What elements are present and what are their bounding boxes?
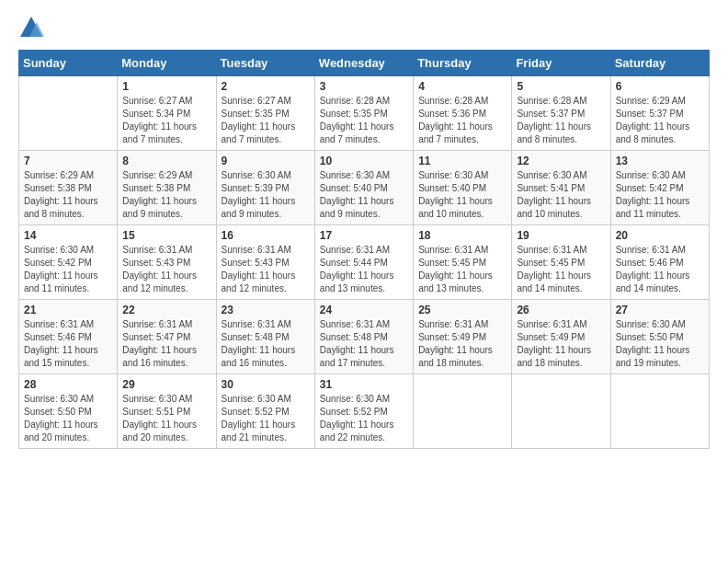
calendar-cell [512,374,610,449]
calendar-cell: 17Sunrise: 6:31 AM Sunset: 5:44 PM Dayli… [314,225,413,300]
weekday-header: Saturday [610,51,709,76]
day-info: Sunrise: 6:31 AM Sunset: 5:47 PM Dayligh… [122,318,210,370]
calendar-cell: 4Sunrise: 6:28 AM Sunset: 5:36 PM Daylig… [414,76,512,151]
day-number: 2 [222,80,310,93]
day-info: Sunrise: 6:30 AM Sunset: 5:50 PM Dayligh… [24,393,112,444]
calendar-cell: 20Sunrise: 6:31 AM Sunset: 5:46 PM Dayli… [610,225,709,300]
day-info: Sunrise: 6:31 AM Sunset: 5:43 PM Dayligh… [122,244,210,295]
calendar-cell: 9Sunrise: 6:30 AM Sunset: 5:39 PM Daylig… [216,151,314,225]
day-number: 21 [24,304,112,316]
day-number: 14 [24,229,112,242]
day-info: Sunrise: 6:30 AM Sunset: 5:52 PM Dayligh… [320,393,408,444]
weekday-header: Thursday [414,51,512,76]
day-number: 9 [222,155,310,167]
day-info: Sunrise: 6:31 AM Sunset: 5:46 PM Dayligh… [24,318,112,370]
calendar-cell: 26Sunrise: 6:31 AM Sunset: 5:49 PM Dayli… [512,300,610,374]
day-number: 12 [517,155,605,167]
day-info: Sunrise: 6:30 AM Sunset: 5:42 PM Dayligh… [616,169,704,221]
day-number: 28 [24,378,112,391]
calendar-cell: 3Sunrise: 6:28 AM Sunset: 5:35 PM Daylig… [314,76,413,151]
day-info: Sunrise: 6:27 AM Sunset: 5:35 PM Dayligh… [222,95,310,146]
day-number: 22 [122,304,210,316]
calendar-cell: 18Sunrise: 6:31 AM Sunset: 5:45 PM Dayli… [414,225,512,300]
day-info: Sunrise: 6:31 AM Sunset: 5:48 PM Dayligh… [222,318,310,370]
calendar-cell: 28Sunrise: 6:30 AM Sunset: 5:50 PM Dayli… [19,374,118,449]
logo-icon [18,15,44,40]
weekday-header: Wednesday [314,51,413,76]
calendar-cell: 13Sunrise: 6:30 AM Sunset: 5:42 PM Dayli… [610,151,709,225]
day-number: 16 [222,229,310,242]
day-number: 11 [418,155,506,167]
day-number: 8 [122,155,210,167]
calendar-week-row: 1Sunrise: 6:27 AM Sunset: 5:34 PM Daylig… [19,76,710,151]
day-info: Sunrise: 6:30 AM Sunset: 5:41 PM Dayligh… [517,169,605,221]
calendar-cell: 27Sunrise: 6:30 AM Sunset: 5:50 PM Dayli… [610,300,709,374]
weekday-header: Tuesday [216,51,314,76]
day-info: Sunrise: 6:30 AM Sunset: 5:40 PM Dayligh… [418,169,506,221]
day-info: Sunrise: 6:31 AM Sunset: 5:43 PM Dayligh… [222,244,310,295]
day-info: Sunrise: 6:31 AM Sunset: 5:46 PM Dayligh… [616,244,704,295]
calendar-cell [19,76,118,151]
day-info: Sunrise: 6:30 AM Sunset: 5:39 PM Dayligh… [222,169,310,221]
day-number: 31 [320,378,408,391]
day-number: 25 [418,304,506,316]
day-info: Sunrise: 6:31 AM Sunset: 5:49 PM Dayligh… [517,318,605,370]
day-info: Sunrise: 6:27 AM Sunset: 5:34 PM Dayligh… [122,95,210,146]
day-info: Sunrise: 6:29 AM Sunset: 5:38 PM Dayligh… [122,169,210,221]
day-info: Sunrise: 6:29 AM Sunset: 5:38 PM Dayligh… [24,169,112,221]
day-info: Sunrise: 6:31 AM Sunset: 5:45 PM Dayligh… [418,244,506,295]
calendar-week-row: 14Sunrise: 6:30 AM Sunset: 5:42 PM Dayli… [19,225,710,300]
day-number: 29 [122,378,210,391]
day-number: 6 [616,80,704,93]
day-number: 30 [222,378,310,391]
weekday-header: Sunday [19,51,118,76]
day-info: Sunrise: 6:31 AM Sunset: 5:49 PM Dayligh… [418,318,506,370]
page: SundayMondayTuesdayWednesdayThursdayFrid… [0,0,728,563]
day-info: Sunrise: 6:30 AM Sunset: 5:51 PM Dayligh… [122,393,210,444]
day-info: Sunrise: 6:31 AM Sunset: 5:45 PM Dayligh… [517,244,605,295]
day-number: 18 [418,229,506,242]
day-info: Sunrise: 6:30 AM Sunset: 5:50 PM Dayligh… [616,318,704,370]
day-number: 3 [320,80,408,93]
calendar-cell: 7Sunrise: 6:29 AM Sunset: 5:38 PM Daylig… [19,151,118,225]
calendar-cell: 21Sunrise: 6:31 AM Sunset: 5:46 PM Dayli… [19,300,118,374]
logo [18,15,48,40]
calendar-cell: 11Sunrise: 6:30 AM Sunset: 5:40 PM Dayli… [414,151,512,225]
weekday-header: Monday [118,51,216,76]
day-number: 23 [222,304,310,316]
calendar-cell: 10Sunrise: 6:30 AM Sunset: 5:40 PM Dayli… [314,151,413,225]
calendar-week-row: 7Sunrise: 6:29 AM Sunset: 5:38 PM Daylig… [19,151,710,225]
day-number: 13 [616,155,704,167]
calendar-cell: 2Sunrise: 6:27 AM Sunset: 5:35 PM Daylig… [216,76,314,151]
day-info: Sunrise: 6:30 AM Sunset: 5:52 PM Dayligh… [222,393,310,444]
calendar-cell: 24Sunrise: 6:31 AM Sunset: 5:48 PM Dayli… [314,300,413,374]
day-info: Sunrise: 6:28 AM Sunset: 5:37 PM Dayligh… [517,95,605,146]
calendar-week-row: 21Sunrise: 6:31 AM Sunset: 5:46 PM Dayli… [19,300,710,374]
day-number: 19 [517,229,605,242]
day-number: 4 [418,80,506,93]
calendar-week-row: 28Sunrise: 6:30 AM Sunset: 5:50 PM Dayli… [19,374,710,449]
day-info: Sunrise: 6:30 AM Sunset: 5:42 PM Dayligh… [24,244,112,295]
calendar-cell: 22Sunrise: 6:31 AM Sunset: 5:47 PM Dayli… [118,300,216,374]
day-number: 20 [616,229,704,242]
day-number: 26 [517,304,605,316]
calendar-cell: 23Sunrise: 6:31 AM Sunset: 5:48 PM Dayli… [216,300,314,374]
calendar-cell: 8Sunrise: 6:29 AM Sunset: 5:38 PM Daylig… [118,151,216,225]
day-number: 15 [122,229,210,242]
calendar-table: SundayMondayTuesdayWednesdayThursdayFrid… [18,50,710,449]
calendar-cell: 6Sunrise: 6:29 AM Sunset: 5:37 PM Daylig… [610,76,709,151]
day-number: 7 [24,155,112,167]
day-info: Sunrise: 6:31 AM Sunset: 5:44 PM Dayligh… [320,244,408,295]
calendar-cell: 19Sunrise: 6:31 AM Sunset: 5:45 PM Dayli… [512,225,610,300]
day-info: Sunrise: 6:29 AM Sunset: 5:37 PM Dayligh… [616,95,704,146]
day-number: 24 [320,304,408,316]
calendar-cell: 1Sunrise: 6:27 AM Sunset: 5:34 PM Daylig… [118,76,216,151]
day-number: 27 [616,304,704,316]
day-number: 5 [517,80,605,93]
weekday-header: Friday [512,51,610,76]
calendar-cell: 15Sunrise: 6:31 AM Sunset: 5:43 PM Dayli… [118,225,216,300]
calendar-cell: 29Sunrise: 6:30 AM Sunset: 5:51 PM Dayli… [118,374,216,449]
day-number: 17 [320,229,408,242]
weekday-header-row: SundayMondayTuesdayWednesdayThursdayFrid… [19,51,710,76]
day-info: Sunrise: 6:28 AM Sunset: 5:36 PM Dayligh… [418,95,506,146]
